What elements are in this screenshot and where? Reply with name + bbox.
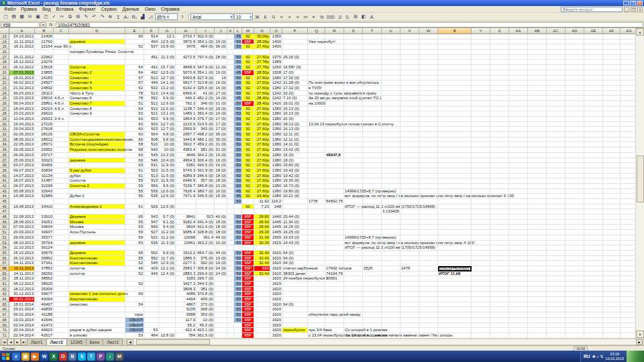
cell-AE55[interactable] xyxy=(584,251,603,256)
cell-L13[interactable]: 45 xyxy=(234,34,242,40)
cell-O53[interactable]: 1515 xyxy=(270,241,282,246)
cell-V32[interactable] xyxy=(400,132,419,137)
cell-H67[interactable]: 5588 xyxy=(176,312,197,318)
cell-Z33[interactable] xyxy=(490,137,509,143)
cell-AE43[interactable] xyxy=(584,189,603,194)
cell-AB43[interactable] xyxy=(528,189,547,194)
cell-D19[interactable]: Солотча xyxy=(69,65,125,70)
cell-AF52[interactable] xyxy=(603,235,621,241)
cell-U64[interactable] xyxy=(382,297,400,302)
cell-D25[interactable]: Сенютово 6 xyxy=(69,96,125,101)
cell-X48[interactable] xyxy=(438,215,472,220)
cell-Q62[interactable] xyxy=(308,287,325,292)
cell-W38[interactable] xyxy=(419,163,438,168)
cell-H23[interactable]: 6142.4 xyxy=(176,86,197,91)
cell-AC20[interactable] xyxy=(547,70,566,76)
cell-O17[interactable]: 1375 xyxy=(270,55,282,60)
cell-R67[interactable] xyxy=(325,312,344,318)
cell-V71[interactable] xyxy=(400,333,419,338)
cell-AD54[interactable] xyxy=(566,245,584,251)
cell-X40[interactable] xyxy=(438,174,472,179)
cell-N30[interactable]: 27.60р xyxy=(254,122,270,127)
sort-asc-icon[interactable]: A↓ xyxy=(123,13,130,21)
row-header-35[interactable]: 35 xyxy=(0,147,9,153)
cell-F30[interactable]: 503 xyxy=(144,122,159,127)
cell-A44[interactable]: 14.08.2013 xyxy=(9,194,35,199)
cell-A17[interactable]: 29.11.2012 xyxy=(9,55,35,60)
cell-T29[interactable] xyxy=(363,117,382,122)
row-header-50[interactable]: 50 xyxy=(0,225,9,230)
cell-AA32[interactable] xyxy=(509,132,528,137)
cell-N52[interactable]: 31.30 xyxy=(254,235,270,241)
cell-H60[interactable]: 3183 xyxy=(176,276,197,282)
cell-P41[interactable]: 19.30 (0) xyxy=(282,178,308,184)
cell-Y30[interactable] xyxy=(472,122,490,127)
cell-AF20[interactable] xyxy=(603,70,621,76)
cell-N14[interactable]: 28.09р xyxy=(254,40,270,45)
cell-J50[interactable]: 18 (0) xyxy=(215,225,227,230)
cell-O43[interactable]: 1380 xyxy=(270,189,282,194)
cell-L52[interactable]: 50 xyxy=(234,235,242,241)
cell-Y60[interactable] xyxy=(472,276,490,282)
cell-R17[interactable] xyxy=(325,55,344,60)
cell-X56[interactable] xyxy=(438,256,472,261)
cell-N43[interactable]: 27.60р xyxy=(254,189,270,194)
cell-E51[interactable]: 59 xyxy=(125,230,144,235)
cell-H58[interactable]: 2583.7 xyxy=(176,266,197,272)
cell-W58[interactable] xyxy=(419,266,438,272)
cell-D24[interactable]: Чисто в Тулу xyxy=(69,91,125,97)
cell-V62[interactable] xyxy=(400,287,419,292)
cell-R27[interactable] xyxy=(325,107,344,112)
cell-AB71[interactable] xyxy=(528,333,547,338)
cell-G64[interactable] xyxy=(159,297,176,302)
cell-A33[interactable]: 08.05.2013 xyxy=(9,137,35,143)
cell-O15[interactable]: 1400 xyxy=(270,44,282,50)
cell-A36[interactable]: 09.06.2013 xyxy=(9,153,35,158)
row-header-53[interactable]: 53 xyxy=(0,241,9,246)
cell-N53[interactable]: 30.30 xyxy=(254,241,270,246)
cell-D26[interactable]: Сенютово 7 xyxy=(69,101,125,107)
cell-V20[interactable] xyxy=(400,70,419,76)
cell-K54[interactable] xyxy=(227,245,234,251)
cell-E67[interactable]: тире xyxy=(125,312,144,318)
cell-W17[interactable] xyxy=(419,55,438,60)
cell-T34[interactable] xyxy=(363,142,382,147)
cell-O31[interactable]: 1380 xyxy=(270,127,282,132)
cell-Z41[interactable] xyxy=(490,178,509,184)
col-header-P[interactable]: P xyxy=(282,28,308,34)
volume-icon[interactable]: ♪ xyxy=(596,355,598,359)
col-header-AB[interactable]: AB xyxy=(528,28,547,34)
cell-F41[interactable]: 513 xyxy=(144,178,159,184)
cell-D57[interactable]: Константиново xyxy=(69,261,125,266)
cell-R47[interactable] xyxy=(325,209,344,215)
cell-T40[interactable] xyxy=(363,174,382,179)
cell-O63[interactable]: 1620 xyxy=(270,292,282,297)
cell-H22[interactable]: 5817.7 xyxy=(176,80,197,86)
cell-Z54[interactable] xyxy=(490,245,509,251)
cell-F40[interactable]: 513 xyxy=(144,174,159,179)
cell-D63[interactable]: сенютово 1 (на холостых долго xyxy=(69,292,125,297)
cell-H24[interactable]: 6466.4 xyxy=(176,91,197,97)
cell-S46[interactable]: ИТОГ — расход 11,5 л/100 км (1700/1725/1… xyxy=(344,204,363,210)
cell-AE41[interactable] xyxy=(584,178,603,184)
cell-L48[interactable]: 50 xyxy=(234,215,242,220)
cell-Z36[interactable] xyxy=(490,153,509,158)
italic-icon[interactable]: К xyxy=(262,13,269,21)
sheet-tab-Лист1[interactable]: Лист1 xyxy=(27,339,47,345)
cell-P46[interactable] xyxy=(282,204,308,210)
cell-Y65[interactable] xyxy=(472,302,490,308)
cell-L35[interactable]: 50 xyxy=(234,147,242,153)
cell-X29[interactable] xyxy=(438,117,472,122)
cell-F62[interactable] xyxy=(144,287,159,292)
cell-T51[interactable] xyxy=(363,230,382,235)
cell-AD59[interactable] xyxy=(566,272,584,277)
cell-AD70[interactable] xyxy=(566,328,584,333)
cell-AD71[interactable] xyxy=(566,333,584,338)
cell-R53[interactable] xyxy=(325,241,344,246)
cell-G60[interactable] xyxy=(159,276,176,282)
cell-M56[interactable]: 95P xyxy=(242,256,254,261)
cell-G58[interactable]: 12.2 (0) xyxy=(159,266,176,272)
cell-Y37[interactable] xyxy=(472,158,490,164)
cell-AD18[interactable] xyxy=(566,60,584,65)
cell-G54[interactable] xyxy=(159,245,176,251)
